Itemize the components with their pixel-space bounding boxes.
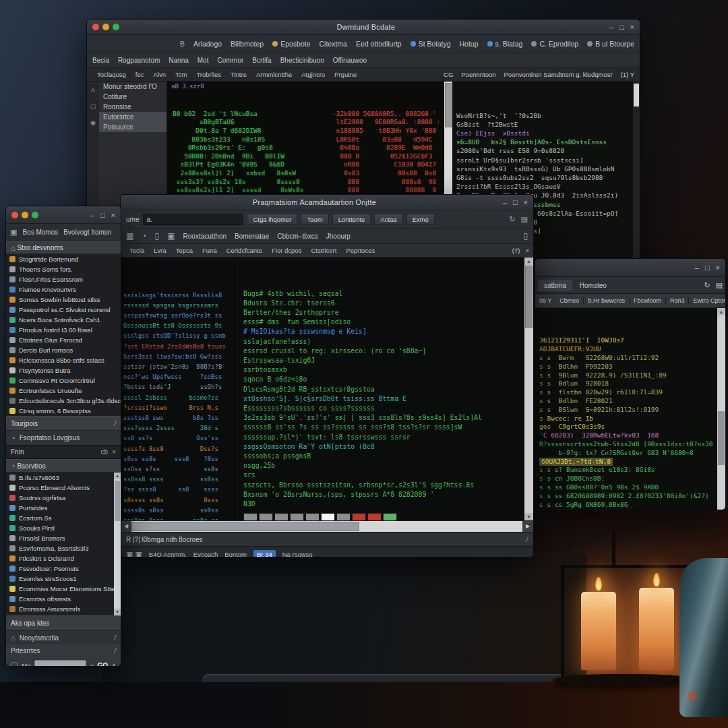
toolbar-button[interactable]: Taom: [301, 214, 328, 225]
tab[interactable]: Ctstricert: [306, 246, 341, 255]
palette-cell[interactable]: [259, 513, 273, 520]
list-item[interactable]: Ftlcsktrt s Dclsrarrd: [6, 553, 114, 564]
refresh-icon[interactable]: ↻: [509, 215, 515, 224]
toolbar-button[interactable]: Lonttente: [332, 214, 371, 225]
palette-cell[interactable]: [305, 513, 320, 520]
tab[interactable]: Peprtoces: [341, 246, 380, 255]
sidebar-item[interactable]: Eutorsrtce: [99, 112, 166, 122]
tab[interactable]: Atgjncro: [297, 69, 330, 80]
list-item[interactable]: Thoens Soms fors.: [6, 264, 121, 274]
menu-item[interactable]: Citextma: [320, 40, 347, 48]
search-input[interactable]: [34, 660, 86, 667]
page-icon[interactable]: ▣: [167, 231, 175, 241]
menu-item[interactable]: Offinauwoo: [333, 57, 367, 64]
scroll-up-icon[interactable]: ▲: [114, 473, 121, 479]
tab[interactable]: Lvra: [149, 246, 171, 255]
scroll-right-icon[interactable]: ▶: [522, 521, 533, 532]
menu-item[interactable]: Nanna: [169, 57, 188, 64]
menu-item[interactable]: Comrnor: [217, 57, 243, 64]
close-icon[interactable]: ×: [112, 448, 116, 456]
column-header-cell[interactable]: Cbmeo: [555, 297, 584, 304]
bottom-bar-item[interactable]: Evcoach: [193, 551, 218, 558]
editor-scrollbar[interactable]: ▲ ▼: [524, 257, 533, 520]
bottom-bar-item[interactable]: Bontom: [224, 551, 247, 558]
menu-item[interactable]: Eposbote: [272, 40, 310, 48]
tab[interactable]: Toclaqusg: [92, 69, 131, 80]
list-item[interactable]: Ecsrtom.Ss: [6, 513, 114, 523]
close-icon[interactable]: ×: [630, 23, 634, 31]
menu-item[interactable]: Bcrtifa: [252, 57, 271, 64]
menu-item[interactable]: Eed ottodilurtp: [356, 40, 402, 48]
list-item[interactable]: Comnssvo Rt Ocrorrcrlrtrul: [6, 375, 121, 386]
bottom-bar-item[interactable]: Na rsowso: [282, 551, 313, 558]
palette-cell[interactable]: [352, 513, 366, 520]
scroll-up-icon[interactable]: ▲: [717, 308, 725, 315]
column-header-corner[interactable]: 09 Y: [535, 297, 555, 304]
fnin-header[interactable]: Fnin cb ×: [6, 445, 121, 459]
zoom-traffic-light[interactable]: [32, 212, 38, 218]
palette-cell[interactable]: [274, 513, 289, 520]
menu-item[interactable]: C. Eprodilop: [531, 40, 578, 48]
tab[interactable]: Fior dcpos: [267, 246, 306, 255]
sidebar-item[interactable]: Poisuurce: [99, 122, 166, 132]
menu-item[interactable]: Rooxtacutthon: [183, 233, 227, 240]
section-header-tourjpois[interactable]: Tourjpois /: [6, 416, 121, 431]
maximize-icon[interactable]: □: [100, 211, 105, 219]
menu-item[interactable]: Bhecticinibuoo: [280, 57, 324, 64]
rail-icon[interactable]: A: [91, 87, 95, 94]
zoom-traffic-light[interactable]: [113, 24, 119, 30]
toolbar-button[interactable]: Exme: [406, 214, 435, 225]
tab[interactable]: Tintre: [226, 69, 251, 80]
palette-cell[interactable]: [367, 513, 382, 520]
list-item[interactable]: Ecsmrtss oftsmsts: [6, 594, 114, 604]
menu-item[interactable]: Blilbmotep: [231, 40, 264, 48]
preferences-row[interactable]: Prtesrrtes /: [6, 644, 121, 657]
minimize-icon[interactable]: –: [503, 198, 507, 206]
minimize-icon[interactable]: –: [609, 23, 613, 31]
list-item[interactable]: Etrorssss Amxsrsmrls: [6, 604, 114, 614]
palette-cell[interactable]: [243, 513, 257, 520]
list-item[interactable]: B.Ils.Is7s6063: [6, 473, 114, 483]
column-header-cell[interactable]: Ewtro Cptorn: [689, 297, 725, 304]
rail-icon[interactable]: ▢: [90, 103, 96, 110]
menu-item[interactable]: Hotup: [460, 40, 479, 48]
fan-row[interactable]: ◔ Fsoprtatso Lovgjsus: [6, 431, 121, 445]
titlebar[interactable]: Dwmtund Bcdate – □ ×: [87, 20, 640, 35]
maximize-icon[interactable]: □: [619, 23, 624, 31]
tab[interactable]: Funa: [198, 246, 222, 255]
list-scrollbar[interactable]: ▲ ▼: [114, 473, 121, 615]
edit-icon[interactable]: /: [114, 634, 116, 642]
tab[interactable]: fec: [131, 69, 149, 80]
scroll-down-icon[interactable]: ▼: [114, 609, 121, 615]
palette-cell[interactable]: [321, 513, 335, 520]
bottom-bar-item[interactable]: Br 34: [253, 550, 276, 558]
menu-item[interactable]: Bos Momos: [22, 229, 58, 236]
scrollbar-thumb[interactable]: [131, 522, 359, 531]
terminal-scrollbar[interactable]: ▲ ▼: [717, 308, 725, 510]
tab[interactable]: Tcm: [171, 69, 191, 80]
hscroll-track[interactable]: [131, 521, 522, 532]
close-icon[interactable]: ×: [524, 198, 528, 206]
menu-item[interactable]: Arladogo: [193, 40, 222, 48]
battery-icon-right[interactable]: ▯: [523, 231, 528, 241]
menu-item[interactable]: s. Blatag: [487, 40, 523, 48]
list-item[interactable]: Sootrss ogrfirtsa: [6, 493, 114, 503]
scrollbar-thumb[interactable]: [445, 83, 452, 127]
list-item[interactable]: Ecrtrunlstscs Uruoufte: [6, 386, 121, 396]
clock-icon[interactable]: ◔: [142, 231, 146, 241]
tab[interactable]: Tecia: [125, 246, 149, 255]
titlebar[interactable]: – □ ×: [535, 259, 725, 277]
list-item[interactable]: Somss Sowbin lebtttost stlss: [6, 295, 121, 305]
list-item[interactable]: Ctrsq smrnn, 6 Bssorptss: [6, 406, 121, 416]
close-traffic-light[interactable]: [11, 212, 18, 218]
rail-icon[interactable]: ◉: [90, 119, 96, 126]
list-item[interactable]: Dercis Burl romsos: [6, 345, 121, 355]
tab[interactable]: Ceridcfcante: [222, 246, 267, 255]
chevron-up-icon[interactable]: ∧: [111, 661, 117, 667]
tab[interactable]: Tepca: [171, 246, 198, 255]
list-item[interactable]: Rclcsxnssca 85bo-srtfs sslass: [6, 355, 121, 365]
sidebar-item[interactable]: Monur steodrd I'O: [99, 82, 166, 92]
close-icon[interactable]: ×: [111, 211, 115, 219]
menu-item[interactable]: Mot: [198, 57, 209, 64]
search-input[interactable]: [143, 214, 243, 225]
